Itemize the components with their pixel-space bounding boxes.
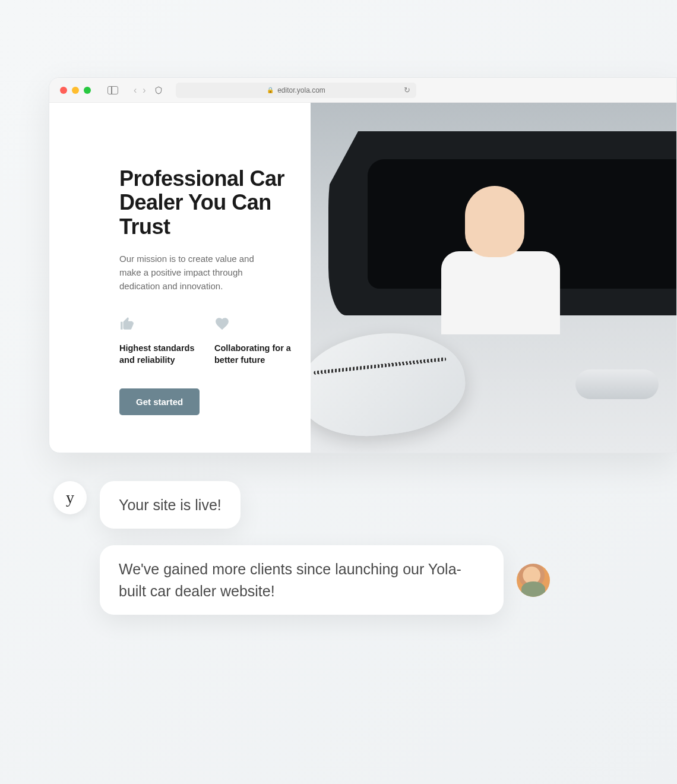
feature-item: Highest standards and reliability [119,316,198,366]
feature-text: Highest standards and reliability [119,342,198,366]
window-controls [60,87,91,94]
feature-item: Collaborating for a better future [214,316,293,366]
refresh-icon[interactable]: ↻ [404,86,410,94]
get-started-button[interactable]: Get started [119,388,200,415]
page-content: Professional Car Dealer You Can Trust Ou… [49,103,676,453]
url-text: editor.yola.com [277,86,325,94]
thumbs-up-icon [119,316,135,331]
car-scene-illustration [311,103,676,453]
chat-bubble: We've gained more clients since launchin… [100,545,504,615]
bot-avatar-letter: y [66,488,74,507]
nav-arrows: ‹ › [134,85,146,96]
chat-bubble: Your site is live! [100,481,241,529]
chat-area: y Your site is live! We've gained more c… [53,481,624,615]
lock-icon: 🔒 [267,87,274,93]
chat-message-bot: y Your site is live! [53,481,624,529]
hero-description: Our mission is to create value and make … [119,252,274,293]
chat-message-user: We've gained more clients since launchin… [53,545,624,615]
maximize-window-button[interactable] [84,87,91,94]
user-avatar [517,564,550,597]
browser-toolbar: ‹ › 🔒 editor.yola.com ↻ [49,78,676,103]
feature-text: Collaborating for a better future [214,342,293,366]
sidebar-toggle-icon[interactable] [107,86,118,94]
forward-button[interactable]: › [143,85,145,96]
heart-icon [214,316,230,331]
hero-left-column: Professional Car Dealer You Can Trust Ou… [49,103,311,453]
address-bar[interactable]: 🔒 editor.yola.com ↻ [176,83,417,98]
hero-title: Professional Car Dealer You Can Trust [119,167,293,239]
browser-window: ‹ › 🔒 editor.yola.com ↻ Professional Car… [49,77,677,453]
features-row: Highest standards and reliability Collab… [119,316,293,366]
hero-image [311,103,676,453]
back-button[interactable]: ‹ [134,85,137,96]
minimize-window-button[interactable] [72,87,79,94]
privacy-shield-icon[interactable] [154,86,163,95]
bot-avatar: y [53,481,87,514]
close-window-button[interactable] [60,87,67,94]
